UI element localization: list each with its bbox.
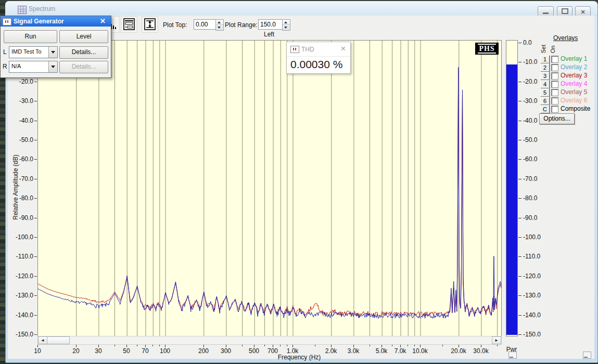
- x-minor-tick: [370, 345, 370, 346]
- y-tick-right: [518, 62, 521, 62]
- y-axis-label-left: -100.0: [0, 233, 33, 241]
- overlay-set-button-5[interactable]: 5: [540, 88, 550, 97]
- overlay-on-checkbox-5[interactable]: [551, 89, 558, 96]
- y-axis-label-left: -70.0: [0, 175, 33, 183]
- thd-close-icon[interactable]: ✕: [340, 45, 346, 53]
- thd-title-bar[interactable]: THD ✕: [287, 42, 350, 57]
- horizontal-scrollbar[interactable]: ◄ ►: [37, 336, 502, 345]
- scroll-left-button[interactable]: ◄: [38, 336, 47, 344]
- overlay-set-button-4[interactable]: 4: [540, 80, 550, 88]
- y-tick-left: [34, 276, 37, 277]
- x-minor-tick: [264, 345, 265, 346]
- power-meter-bar: [506, 40, 518, 336]
- y-axis-label-left: -80.0: [0, 194, 33, 202]
- x-axis-title: Frequency (Hz): [250, 354, 349, 361]
- thd-window[interactable]: THD ✕ 0.00030 %: [286, 42, 351, 74]
- resize-grip-right[interactable]: [583, 352, 591, 359]
- spectrum-plot[interactable]: [37, 40, 502, 336]
- left-details-button[interactable]: Details...: [59, 46, 108, 59]
- overlay-label: Overlay 4: [561, 80, 587, 87]
- x-minor-tick: [114, 345, 115, 346]
- right-signal-select[interactable]: N/A: [9, 61, 58, 73]
- x-minor-tick: [392, 345, 392, 346]
- overlay-on-checkbox-2[interactable]: [551, 64, 558, 71]
- overlay-on-checkbox-1[interactable]: [551, 56, 558, 63]
- minimize-icon: [543, 12, 549, 14]
- x-minor-tick: [442, 345, 443, 346]
- app-icon: [18, 6, 27, 14]
- power-meter-fill: [506, 64, 517, 335]
- y-tick-left: [34, 295, 37, 296]
- y-tick-right: [518, 121, 521, 121]
- y-axis-label-right: -90.0: [523, 214, 547, 222]
- y-axis-label-left: -150.0: [0, 331, 33, 338]
- x-minor-tick: [242, 345, 243, 346]
- y-axis-label-left: -90.0: [0, 214, 33, 222]
- y-tick-right: [518, 198, 521, 199]
- x-minor-tick: [408, 345, 408, 346]
- y-axis-label-left: -140.0: [0, 311, 33, 319]
- run-button[interactable]: Run: [4, 30, 57, 43]
- minimize-button[interactable]: [538, 6, 554, 17]
- plot-range-input[interactable]: [258, 19, 284, 30]
- y-tick-right: [518, 101, 521, 101]
- y-axis-label-left: -120.0: [0, 272, 33, 280]
- x-axis-label: 20.0k: [451, 347, 466, 355]
- overlays-options-button[interactable]: Options...: [539, 113, 575, 124]
- overlay-label: Overlay 2: [561, 63, 587, 71]
- overlay-set-button-2[interactable]: 2: [540, 63, 550, 72]
- y-axis-label-left: -40.0: [0, 117, 33, 124]
- signal-generator-title-bar[interactable]: Signal Generator ✕: [1, 16, 111, 27]
- y-tick-left: [34, 159, 37, 160]
- chevron-down-icon[interactable]: [48, 61, 57, 72]
- desktop: { "window": { "title": "Spectrum" }, "to…: [0, 0, 598, 364]
- overlays-heading: Overlays: [553, 34, 578, 42]
- overlay-label: Overlay 5: [561, 88, 587, 96]
- level-button[interactable]: Level: [59, 30, 108, 43]
- overlay-set-button-6[interactable]: 6: [540, 97, 550, 105]
- overlay-set-button-3[interactable]: 3: [540, 72, 550, 80]
- maximize-icon: [562, 8, 568, 14]
- close-button[interactable]: ✕: [575, 6, 591, 17]
- maximize-button[interactable]: [557, 6, 572, 17]
- y-tick-right: [518, 334, 521, 335]
- display-options-icon: [123, 18, 135, 31]
- overlay-on-checkbox-3[interactable]: [551, 72, 558, 80]
- x-axis-label: 70: [142, 347, 148, 355]
- y-tick-right: [518, 179, 521, 179]
- y-axis-label-left: -30.0: [0, 97, 33, 105]
- signal-generator-close-icon[interactable]: ✕: [100, 17, 106, 25]
- x-minor-tick: [137, 345, 137, 346]
- overlay-on-checkbox-c[interactable]: [551, 106, 558, 113]
- resize-grip-left[interactable]: [508, 352, 517, 359]
- scroll-right-button[interactable]: ►: [492, 336, 501, 344]
- signal-generator-icon: [3, 18, 11, 25]
- overlay-set-button-1[interactable]: 1: [540, 55, 550, 63]
- x-axis-label: 5.0k: [376, 347, 388, 355]
- x-axis-label: 10: [34, 347, 41, 355]
- plot-top-input[interactable]: [194, 19, 218, 30]
- x-minor-tick: [414, 345, 415, 346]
- scroll-thumb[interactable]: [47, 336, 70, 344]
- signal-generator-dialog[interactable]: Signal Generator ✕ Run Level L IMD Test …: [0, 16, 111, 78]
- window-title: Spectrum: [29, 5, 55, 12]
- signal-generator-title: Signal Generator: [14, 18, 64, 25]
- y-axis-label-right: -110.0: [523, 253, 547, 260]
- overlay-set-button-c[interactable]: C: [540, 105, 550, 113]
- y-axis-label-right: -140.0: [523, 311, 547, 319]
- overlay-on-checkbox-4[interactable]: [551, 81, 558, 88]
- overlays-set-column-label: Set: [540, 41, 546, 57]
- y-tick-right: [518, 82, 521, 82]
- x-axis-label: 300: [221, 347, 231, 355]
- title-bar[interactable]: Spectrum: [5, 1, 597, 16]
- y-tick-right: [518, 276, 521, 277]
- chevron-down-icon[interactable]: [48, 47, 57, 58]
- plot-range-spinner[interactable]: [282, 19, 290, 31]
- plot-top-spinner[interactable]: [215, 19, 224, 31]
- left-signal-select[interactable]: IMD Test To: [9, 46, 58, 58]
- right-details-button: Details...: [59, 61, 108, 73]
- overlay-on-checkbox-6[interactable]: [551, 97, 558, 105]
- x-minor-tick: [287, 345, 287, 346]
- y-tick-left: [34, 198, 37, 199]
- y-axis-label-right: -80.0: [523, 194, 547, 202]
